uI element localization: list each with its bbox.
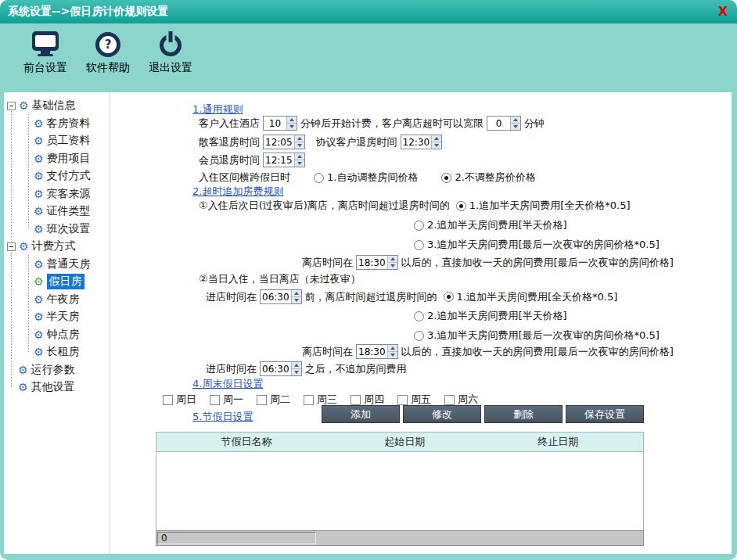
spin-down-icon[interactable]	[292, 296, 301, 303]
section-overtime-heading: 2.超时追加房费规则	[192, 185, 283, 199]
main-panel: 1.通用规则 客户入住酒店 10 分钟后开始计费，客户离店超时可以宽限 0 分钟…	[110, 92, 732, 554]
sidebar-item-holiday-room[interactable]: ⚙ 假日房	[4, 273, 110, 291]
spin-down-icon[interactable]	[292, 368, 301, 375]
spin-up-icon[interactable]	[511, 117, 520, 123]
spin-down-icon[interactable]	[511, 123, 520, 130]
checkbox-icon[interactable]	[163, 395, 173, 405]
gear-icon: ⚙	[18, 382, 28, 393]
checkbox-icon[interactable]	[304, 395, 314, 405]
sidebar-item-hourly-room[interactable]: ⚙ 钟点房	[4, 326, 110, 344]
member-checkout-time-spinner[interactable]: 12:15	[263, 153, 305, 167]
row-holiday-span: 入住区间横跨假日时 1.自动调整房间价格 2.不调整房价价格	[199, 171, 536, 185]
case1-late-time-spinner[interactable]: 18:30	[356, 255, 398, 270]
case2-late-time-spinner[interactable]: 18:30	[356, 344, 398, 359]
radio-icon[interactable]	[414, 240, 424, 250]
collapse-icon[interactable]	[7, 102, 16, 110]
case2-after-time-spinner[interactable]: 06:30	[260, 361, 302, 376]
case1-option-1[interactable]: 1.追加半天房间费用[全天价格*0.5]	[456, 199, 631, 213]
checkout-grace-spinner[interactable]: 0	[487, 116, 521, 131]
frontdesk-settings-label: 前台设置	[23, 61, 67, 75]
checkbox-icon[interactable]	[210, 395, 220, 405]
spin-down-icon[interactable]	[388, 262, 397, 269]
day-sunday[interactable]: 周日	[163, 393, 196, 407]
row-checkout-times: 散客退房时间 12:05 协议客户退房时间 12:30	[199, 135, 445, 149]
monitor-icon	[31, 31, 59, 57]
spin-up-icon[interactable]	[388, 345, 397, 351]
spin-up-icon[interactable]	[292, 362, 301, 368]
option-auto-adjust-price[interactable]: 1.自动调整房间价格	[314, 171, 418, 185]
frontdesk-settings-button[interactable]: 前台设置	[19, 31, 72, 75]
section-holidays-heading: 5.节假日设置	[192, 410, 253, 424]
case2-option-3[interactable]: 3.追加半天房间费用[最后一次夜审的房间价格*0.5]	[414, 328, 660, 343]
gear-icon: ⚙	[18, 364, 28, 375]
sidebar-item-other-settings[interactable]: ⚙ 其他设置	[4, 379, 110, 397]
sidebar-item-run-params[interactable]: ⚙ 运行参数	[4, 361, 110, 379]
collapse-icon[interactable]	[7, 242, 16, 251]
sidebar-item-fee-items[interactable]: ⚙ 费用项目	[4, 150, 110, 168]
row-case2-opt3: 3.追加半天房间费用[最后一次夜审的房间价格*0.5]	[414, 328, 660, 343]
add-button[interactable]: 添加	[322, 405, 400, 423]
day-tuesday[interactable]: 周二	[257, 393, 290, 407]
spin-up-icon[interactable]	[295, 135, 304, 142]
radio-icon[interactable]	[414, 221, 424, 231]
sidebar-item-long-term-room[interactable]: ⚙ 长租房	[4, 343, 110, 361]
software-help-label: 软件帮助	[86, 61, 130, 75]
spin-up-icon[interactable]	[292, 290, 301, 296]
checkbox-icon[interactable]	[444, 395, 455, 405]
sidebar-item-shift-settings[interactable]: ⚙ 班次设置	[4, 221, 110, 239]
holiday-table-body[interactable]	[156, 452, 643, 530]
radio-icon[interactable]	[314, 173, 324, 183]
option-no-adjust-price[interactable]: 2.不调整房价价格	[441, 171, 535, 185]
case1-option-3[interactable]: 3.追加半天房间费用[最后一次夜审的房间价格*0.5]	[414, 238, 660, 252]
label: 协议客户退房时间	[316, 135, 397, 149]
radio-selected-icon[interactable]	[444, 292, 454, 302]
sidebar-group-basic-info[interactable]: ⚙ 基础信息	[4, 97, 110, 115]
row-case2-after: 进店时间在 06:30 之后，不追加房间费用	[206, 361, 407, 376]
checkin-billing-delay-spinner[interactable]: 10	[263, 116, 297, 131]
save-settings-button[interactable]: 保存设置	[566, 405, 644, 423]
content-area: ⚙ 基础信息 ⚙ 客房资料 ⚙ 员工资料 ⚙ 费用项目 ⚙ 支付方式 ⚙ 宾客来…	[0, 92, 737, 560]
checkbox-icon[interactable]	[397, 395, 408, 405]
spin-down-icon[interactable]	[388, 351, 397, 358]
sidebar-item-normal-day-room[interactable]: ⚙ 普通天房	[4, 256, 110, 274]
sidebar-item-staff-data[interactable]: ⚙ 员工资料	[4, 132, 110, 150]
contract-checkout-time-spinner[interactable]: 12:30	[401, 135, 443, 149]
close-icon[interactable]: X	[718, 5, 728, 18]
case2-checkin-time-spinner[interactable]: 06:30	[260, 289, 302, 304]
spin-down-icon[interactable]	[432, 142, 441, 149]
gear-icon: ⚙	[19, 100, 29, 111]
exit-settings-button[interactable]: 退出设置	[144, 31, 197, 75]
walkin-checkout-time-spinner[interactable]: 12:05	[263, 135, 305, 149]
modify-button[interactable]: 修改	[403, 405, 481, 423]
radio-selected-icon[interactable]	[456, 201, 466, 211]
label: 分钟后开始计费，客户离店超时可以宽限	[300, 117, 484, 131]
sidebar-item-guest-sources[interactable]: ⚙ 宾客来源	[4, 185, 110, 203]
spin-up-icon[interactable]	[388, 256, 397, 262]
software-help-button[interactable]: ? 软件帮助	[81, 31, 135, 75]
delete-button[interactable]: 删除	[484, 405, 563, 423]
sidebar-item-payment-methods[interactable]: ⚙ 支付方式	[4, 167, 110, 185]
sidebar-item-half-day-room[interactable]: ⚙ 半天房	[4, 308, 110, 326]
case1-option-2[interactable]: 2.追加半天房间费用[半天价格]	[414, 218, 567, 232]
checkbox-icon[interactable]	[351, 395, 361, 405]
spin-down-icon[interactable]	[295, 142, 304, 149]
sidebar-item-room-data[interactable]: ⚙ 客房资料	[4, 115, 110, 133]
spin-up-icon[interactable]	[432, 135, 441, 142]
spin-down-icon[interactable]	[287, 123, 297, 130]
radio-selected-icon[interactable]	[441, 173, 451, 183]
sidebar-item-id-types[interactable]: ⚙ 证件类型	[4, 203, 110, 221]
radio-icon[interactable]	[414, 311, 424, 321]
radio-icon[interactable]	[414, 331, 424, 341]
spin-up-icon[interactable]	[287, 117, 297, 123]
gear-icon: ⚙	[34, 311, 44, 322]
spin-up-icon[interactable]	[295, 153, 304, 160]
case2-option-1[interactable]: 1.追加半天房间费用[全天价格*0.5]	[444, 290, 618, 304]
sidebar-item-midnight-room[interactable]: ⚙ 午夜房	[4, 291, 110, 309]
section-weekend-heading: 4.周末假日设置	[192, 377, 263, 391]
spin-down-icon[interactable]	[295, 160, 304, 167]
checkbox-icon[interactable]	[257, 395, 267, 405]
sidebar-group-billing-methods[interactable]: ⚙ 计费方式	[4, 238, 110, 256]
day-monday[interactable]: 周一	[210, 393, 243, 407]
case2-option-2[interactable]: 2.追加半天房间费用[半天价格]	[414, 309, 567, 323]
row-case1-late: 离店时间在 18:30 以后的，直接加收一天的房间费用[最后一次夜审的房间价格]	[302, 255, 674, 270]
